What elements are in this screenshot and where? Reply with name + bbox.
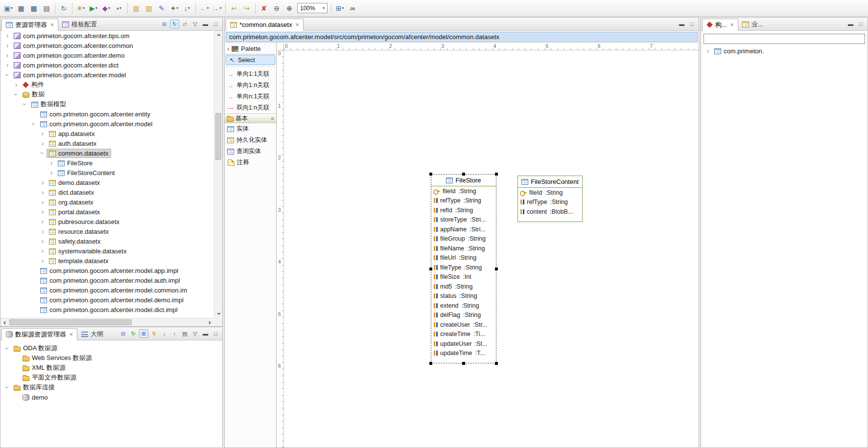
entity-field[interactable]: updateUser:St... xyxy=(431,339,496,349)
drawer-pin-icon[interactable]: « xyxy=(271,115,274,122)
close-icon[interactable]: × xyxy=(730,22,734,28)
run-button[interactable]: ▶▾ xyxy=(88,2,99,14)
expander-icon[interactable]: › xyxy=(3,62,11,68)
tree-item[interactable]: ›数据模型 xyxy=(0,99,214,109)
palette-tool[interactable]: →单向n:1关联 xyxy=(225,91,276,102)
entity-field[interactable]: appName:Stri... xyxy=(431,224,496,234)
entity-field[interactable]: extend:String xyxy=(431,301,496,311)
import-config-button[interactable]: ↓ xyxy=(160,329,169,338)
expander-icon[interactable]: › xyxy=(13,90,20,98)
entity-field[interactable]: status:String xyxy=(431,291,496,301)
refresh-button[interactable]: ↯ xyxy=(149,329,159,338)
tree-item[interactable]: ›com.primeton.gocom.afcenter.common xyxy=(0,41,214,50)
expander-icon[interactable]: › xyxy=(3,42,11,49)
link-with-editor-button[interactable]: ↻ xyxy=(170,20,179,28)
tree-item[interactable]: ›com.primeton.gocom.afcenter.dict xyxy=(0,60,214,70)
tree-item[interactable]: ›构件 xyxy=(0,80,214,90)
refresh-button[interactable]: ↻ xyxy=(58,2,70,14)
tree-item[interactable]: ›dict.datasetx xyxy=(0,187,214,197)
tree-item[interactable]: ›org.datasetx xyxy=(0,197,214,207)
tree-item[interactable]: ›com.primeton.gocom.afcenter.bps.om xyxy=(0,31,214,41)
tree-item[interactable]: ›com.primeton.gocom.afcenter.demo xyxy=(0,50,214,60)
tab-component-lib[interactable]: 构...× xyxy=(702,19,738,31)
expander-icon[interactable]: › xyxy=(4,71,11,79)
vertical-scrollbar[interactable] xyxy=(214,31,222,318)
external-tools-button[interactable]: ▪▾ xyxy=(113,2,125,14)
tree-item[interactable]: ›template.datasetx xyxy=(0,256,214,266)
minimize-button[interactable]: ▬ xyxy=(846,20,855,28)
selection-handle[interactable] xyxy=(429,362,432,365)
expander-icon[interactable]: › xyxy=(39,257,47,264)
expander-icon[interactable]: › xyxy=(3,32,11,39)
expander-icon[interactable]: › xyxy=(47,159,55,166)
diagram-canvas[interactable]: FileStorefileId:StringrefType:StringrefI… xyxy=(284,50,699,448)
expander-icon[interactable]: › xyxy=(39,189,47,196)
tab-resource-explorer[interactable]: 资源管理器× xyxy=(1,19,58,31)
package-button[interactable]: ▥ xyxy=(130,2,142,14)
new-button[interactable]: ▣▾ xyxy=(2,2,14,14)
next-edit-button[interactable]: ↓▾ xyxy=(181,2,193,14)
tree-item[interactable]: ›com.primeton.gocom.afcenter.model xyxy=(0,119,214,129)
open-element-button[interactable]: ✎ xyxy=(156,2,167,14)
tree-item[interactable]: com.primeton.gocom.afcenter.model.demo.i… xyxy=(0,295,214,305)
tab-outline[interactable]: 大纲 xyxy=(77,328,107,340)
scrollbar-thumb[interactable] xyxy=(9,319,132,325)
tree-item[interactable]: demo xyxy=(0,392,222,402)
selection-handle[interactable] xyxy=(462,173,465,176)
tree-item[interactable]: ›com.primeton.gocom.afcenter.model xyxy=(0,70,214,80)
expander-icon[interactable]: › xyxy=(4,344,11,352)
expander-icon[interactable]: › xyxy=(39,228,47,235)
show-category-button[interactable]: ⊞ xyxy=(139,329,148,338)
horizontal-scrollbar[interactable] xyxy=(0,318,214,326)
entity-field[interactable]: fileSize:Int xyxy=(431,272,496,282)
maximize-button[interactable]: □ xyxy=(856,20,866,28)
zoom-level-select[interactable]: 100%▾ xyxy=(297,3,328,13)
palette-tool[interactable]: 实体 xyxy=(225,123,276,134)
selection-handle[interactable] xyxy=(495,268,498,270)
tree-item[interactable]: ›safety.datasetx xyxy=(0,236,214,246)
tree-item[interactable]: com.primeton.gocom.afcenter.entity xyxy=(0,109,214,119)
tree-item[interactable]: ›ODA 数据源 xyxy=(0,343,222,353)
save-all-button[interactable]: ▩ xyxy=(28,2,40,14)
tree-item[interactable]: ›FileStoreContent xyxy=(0,168,214,178)
selection-handle[interactable] xyxy=(495,173,498,176)
entity-field[interactable]: fileName:String xyxy=(431,244,496,253)
expander-icon[interactable]: › xyxy=(39,218,47,225)
maximize-button[interactable]: □ xyxy=(211,20,220,28)
zoom-in-button[interactable]: ⊕ xyxy=(283,2,295,14)
delete-button[interactable]: ✘ xyxy=(258,2,270,14)
tab-datasource-explorer[interactable]: 数据源资源管理器× xyxy=(1,328,77,340)
palette-drawer-basic[interactable]: 基本 « xyxy=(225,113,276,123)
close-icon[interactable]: × xyxy=(296,22,299,28)
close-icon[interactable]: × xyxy=(70,331,73,338)
tab-template-config[interactable]: 模板配置 xyxy=(58,18,101,30)
maximize-button[interactable]: □ xyxy=(687,20,697,28)
entity-field[interactable]: refId:String xyxy=(431,205,496,215)
entity-field[interactable]: fileId:String xyxy=(431,186,496,196)
selection-handle[interactable] xyxy=(495,362,498,365)
tree-item[interactable]: ›common.datasetx xyxy=(0,148,214,158)
palette-collapse-button[interactable]: ‹ xyxy=(227,45,229,52)
redo-button[interactable]: ↪ xyxy=(241,2,253,14)
collapse-all-button[interactable]: ⊟ xyxy=(118,329,128,338)
tree-item[interactable]: ›数据库连接 xyxy=(0,382,222,392)
view-menu-button[interactable]: ▽ xyxy=(190,329,200,338)
tree-item[interactable]: ›pubresource.datasetx xyxy=(0,217,214,226)
expander-icon[interactable]: › xyxy=(12,81,20,88)
minimize-button[interactable]: ▬ xyxy=(201,20,210,28)
scrollbar-thumb[interactable] xyxy=(215,113,221,160)
entity-field[interactable]: fileGroup:String xyxy=(431,234,496,244)
print-button[interactable]: ▤ xyxy=(41,2,52,14)
back-button[interactable]: ←▾ xyxy=(198,2,210,14)
entity-field[interactable]: storeType:Stri... xyxy=(431,215,496,225)
expander-icon[interactable]: › xyxy=(39,140,47,147)
entity-field[interactable]: content:BlobB... xyxy=(518,207,582,217)
tree-item[interactable]: ›resource.datasetx xyxy=(0,226,214,236)
view-menu-button[interactable]: ▽ xyxy=(190,20,200,28)
entity-field[interactable]: md5:String xyxy=(431,282,496,291)
tree-item[interactable]: com.primeton.gocom.afcenter.model.app.im… xyxy=(0,266,214,275)
tree-item[interactable]: com.primeton.gocom.afcenter.model.common… xyxy=(0,285,214,295)
search-input[interactable] xyxy=(704,34,865,44)
selection-handle[interactable] xyxy=(429,173,432,176)
selection-handle[interactable] xyxy=(462,362,465,365)
